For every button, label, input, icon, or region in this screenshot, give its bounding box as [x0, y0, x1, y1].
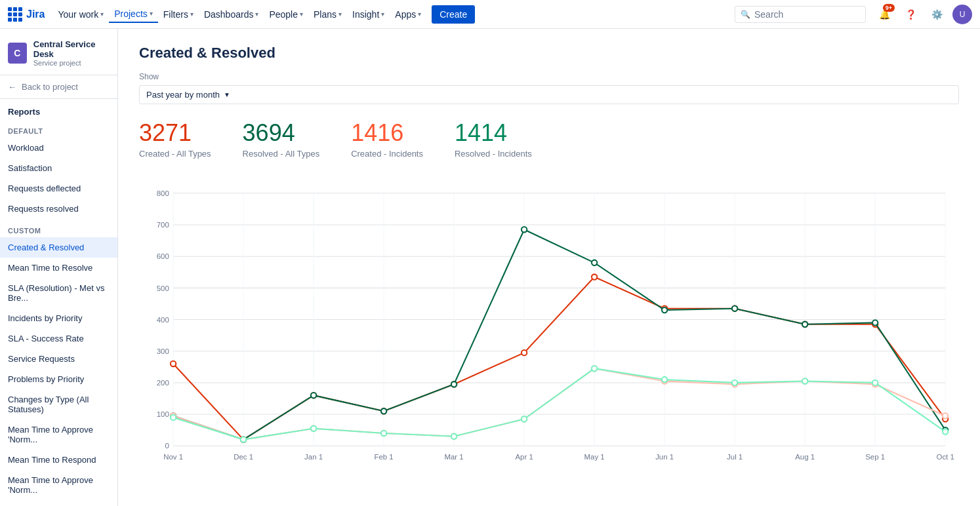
notifications-button[interactable]: 🔔 9+	[874, 4, 895, 25]
svg-point-88	[872, 380, 878, 385]
nav-item-people[interactable]: People▾	[264, 6, 308, 23]
chevron-icon: ▾	[190, 10, 194, 18]
svg-point-56	[311, 393, 316, 398]
chevron-icon: ▾	[255, 10, 258, 18]
svg-text:700: 700	[157, 221, 169, 229]
default-nav-items: WorkloadSatisfactionRequests deflectedRe…	[0, 138, 117, 219]
svg-text:Sep 1: Sep 1	[865, 453, 885, 461]
custom-section-label: CUSTOM	[0, 219, 117, 237]
stats-row: 3271Created - All Types3694Resolved - Al…	[139, 120, 959, 159]
top-navigation: Jira Your work▾Projects▾Filters▾Dashboar…	[0, 0, 980, 29]
main-content: Created & Resolved ··· Show Past year by…	[118, 29, 980, 506]
svg-text:Dec 1: Dec 1	[234, 453, 253, 461]
nav-item-apps[interactable]: Apps▾	[390, 6, 426, 23]
chevron-icon: ▾	[418, 10, 421, 18]
chevron-down-icon: ▼	[224, 91, 230, 98]
sidebar-item-mean-time-to-respond[interactable]: Mean Time to Respond	[0, 450, 117, 470]
chevron-icon: ▾	[300, 10, 303, 18]
svg-text:Apr 1: Apr 1	[515, 453, 533, 461]
nav-item-projects[interactable]: Projects▾	[109, 6, 158, 23]
chevron-icon: ▾	[150, 10, 153, 17]
svg-text:Oct 1: Oct 1	[936, 453, 954, 461]
settings-button[interactable]: ⚙️	[926, 4, 947, 25]
nav-item-dashboards[interactable]: Dashboards▾	[199, 6, 264, 23]
svg-text:100: 100	[157, 410, 169, 418]
nav-item-your-work[interactable]: Your work▾	[52, 6, 109, 23]
sidebar-item-mean-time-to-approve-norm-[interactable]: Mean Time to Approve 'Norm...	[0, 500, 117, 506]
svg-text:300: 300	[157, 347, 169, 355]
sidebar-item-mean-time-to-approve-norm-[interactable]: Mean Time to Approve 'Norm...	[0, 419, 117, 450]
svg-text:400: 400	[157, 315, 169, 323]
nav-items: Your work▾Projects▾Filters▾Dashboards▾Pe…	[52, 6, 426, 23]
sidebar-item-mean-time-to-approve-norm-[interactable]: Mean Time to Approve 'Norm...	[0, 470, 117, 500]
sidebar-item-requests-resolved[interactable]: Requests resolved	[0, 199, 117, 219]
page-title: Created & Resolved	[139, 45, 276, 62]
nav-item-filters[interactable]: Filters▾	[158, 6, 199, 23]
svg-point-58	[451, 381, 457, 387]
project-info: C Central Service Desk Service project	[0, 29, 117, 75]
svg-point-80	[311, 425, 316, 431]
sidebar-item-created-resolved[interactable]: Created & Resolved	[0, 237, 117, 258]
sidebar-item-satisfaction[interactable]: Satisfaction	[0, 158, 117, 178]
sidebar-item-sla-success-rate[interactable]: SLA - Success Rate	[0, 328, 117, 349]
svg-point-77	[943, 413, 948, 418]
svg-text:Mar 1: Mar 1	[444, 453, 463, 461]
main-header: Created & Resolved ···	[139, 45, 959, 72]
chevron-icon: ▾	[381, 10, 384, 18]
stat-block: 1414Resolved - Incidents	[455, 120, 532, 159]
sidebar-item-mean-time-to-resolve[interactable]: Mean Time to Resolve	[0, 258, 117, 278]
stat-label: Created - All Types	[139, 149, 211, 159]
stat-label: Resolved - Incidents	[455, 149, 532, 159]
svg-point-79	[241, 437, 246, 442]
line-chart: 0100200300400500600700800Nov 1Dec 1Jan 1…	[139, 180, 959, 506]
svg-point-84	[592, 366, 597, 371]
stat-label: Resolved - All Types	[243, 149, 320, 159]
create-button[interactable]: Create	[432, 5, 475, 24]
svg-text:500: 500	[157, 284, 169, 292]
project-details: Central Service Desk Service project	[33, 39, 110, 67]
sidebar-item-changes-by-type-all-statuses-[interactable]: Changes by Type (All Statuses)	[0, 389, 117, 419]
chevron-icon: ▾	[338, 10, 342, 18]
back-label: Back to project	[22, 82, 78, 92]
jira-wordmark: Jira	[26, 9, 45, 20]
sidebar-item-sla-resolution-met-vs-bre-[interactable]: SLA (Resolution) - Met vs Bre...	[0, 278, 117, 308]
logo[interactable]: Jira	[8, 7, 45, 22]
svg-text:Nov 1: Nov 1	[163, 453, 183, 461]
notification-badge: 9+	[883, 4, 895, 12]
custom-nav-items: Created & ResolvedMean Time to ResolveSL…	[0, 237, 117, 506]
sidebar-item-incidents-by-priority[interactable]: Incidents by Priority	[0, 308, 117, 328]
sidebar-item-service-requests[interactable]: Service Requests	[0, 349, 117, 369]
nav-item-plans[interactable]: Plans▾	[308, 6, 347, 23]
sidebar-item-workload[interactable]: Workload	[0, 138, 117, 158]
svg-point-78	[171, 414, 176, 419]
project-name: Central Service Desk	[33, 39, 110, 59]
svg-point-59	[521, 227, 527, 232]
svg-point-89	[943, 429, 948, 434]
chevron-icon: ▾	[100, 10, 104, 18]
chart-container: 0100200300400500600700800Nov 1Dec 1Jan 1…	[139, 180, 959, 506]
svg-text:Jul 1: Jul 1	[727, 453, 743, 461]
svg-text:Jun 1: Jun 1	[655, 453, 674, 461]
stat-number: 1414	[455, 120, 532, 146]
time-period-dropdown[interactable]: Past year by month ▼	[139, 85, 959, 104]
sidebar-item-requests-deflected[interactable]: Requests deflected	[0, 178, 117, 199]
gear-icon: ⚙️	[931, 9, 943, 20]
nav-item-insight[interactable]: Insight▾	[347, 6, 390, 23]
back-to-project-button[interactable]: ← Back to project	[0, 75, 117, 99]
svg-point-85	[662, 377, 667, 382]
svg-point-87	[802, 378, 807, 383]
svg-text:Jan 1: Jan 1	[304, 453, 323, 461]
search-placeholder: Search	[754, 9, 783, 20]
stat-number: 1416	[351, 120, 423, 146]
sidebar-item-problems-by-priority[interactable]: Problems by Priority	[0, 369, 117, 389]
stat-block: 1416Created - Incidents	[351, 120, 423, 159]
user-avatar[interactable]: U	[952, 5, 972, 24]
help-button[interactable]: ❓	[900, 4, 921, 25]
project-type: Service project	[33, 59, 110, 67]
reports-heading: Reports	[0, 99, 117, 119]
app-layout: C Central Service Desk Service project ←…	[0, 29, 980, 506]
svg-point-86	[732, 380, 737, 385]
svg-point-57	[381, 408, 386, 414]
search-box[interactable]: 🔍 Search	[735, 6, 866, 23]
grid-icon	[8, 7, 22, 22]
